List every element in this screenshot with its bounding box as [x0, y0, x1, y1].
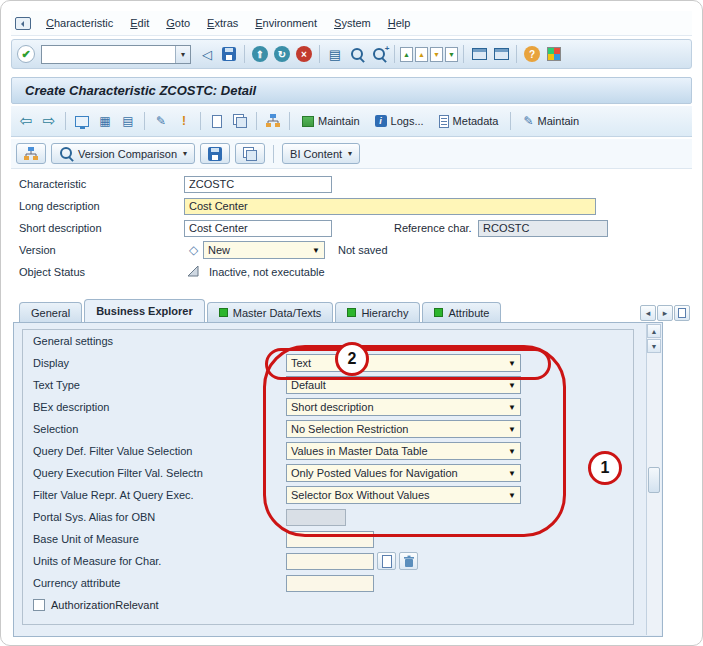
logs-button[interactable]: i Logs...: [369, 113, 430, 129]
scrollbar-thumb[interactable]: [648, 467, 660, 493]
exit-icon[interactable]: ⇑: [250, 44, 270, 64]
authorization-checkbox[interactable]: [33, 599, 45, 611]
version-comparison-label: Version Comparison: [78, 148, 177, 160]
first-page-icon[interactable]: ▲: [400, 47, 413, 62]
hierarchy-icon[interactable]: [263, 111, 283, 131]
command-field[interactable]: ▾: [41, 45, 191, 64]
chevron-down-icon: ▼: [312, 246, 320, 255]
find-icon[interactable]: [347, 44, 367, 64]
currency-attribute-row: Currency attribute: [23, 572, 633, 594]
menu-goto[interactable]: Goto: [158, 14, 198, 32]
menu-help[interactable]: Help: [380, 14, 419, 32]
tab-business-explorer[interactable]: Business Explorer: [84, 299, 205, 322]
general-settings-group: General settings Display Text ▼ Text Typ…: [22, 329, 634, 625]
document-icon: [439, 115, 449, 128]
version-comparison-button[interactable]: Version Comparison ▾: [51, 143, 195, 164]
version-row: Version ◇ New ▼ Not saved: [11, 239, 692, 261]
new-session-icon[interactable]: [469, 44, 489, 64]
scroll-down-button[interactable]: ▼: [647, 339, 661, 353]
change-icon[interactable]: ✎: [151, 111, 171, 131]
scroll-up-button[interactable]: ▲: [647, 324, 661, 338]
transport-button[interactable]: [200, 143, 230, 164]
cancel-icon[interactable]: ×: [294, 44, 314, 64]
prev-page-icon[interactable]: ▲: [415, 47, 428, 62]
base-unit-field[interactable]: [286, 531, 374, 548]
short-description-field[interactable]: Cost Center: [184, 220, 332, 237]
display-screen-icon[interactable]: [72, 111, 92, 131]
grid-view-icon[interactable]: ▤: [118, 111, 138, 131]
save-icon[interactable]: [219, 44, 239, 64]
query-def-filter-dropdown[interactable]: Values in Master Data Table ▼: [286, 442, 521, 460]
next-page-icon[interactable]: ▼: [430, 47, 443, 62]
menu-environment[interactable]: Environment: [247, 14, 325, 32]
create-shortcut-icon[interactable]: [491, 44, 511, 64]
chevron-down-icon: ▼: [508, 469, 516, 478]
tab-hierarchy-label: Hierarchy: [361, 307, 408, 319]
maintain-button[interactable]: Maintain: [296, 113, 366, 129]
tab-overview-button[interactable]: [674, 305, 690, 321]
logoff-icon[interactable]: ↻: [272, 44, 292, 64]
forward-nav-icon[interactable]: ⇨: [39, 111, 59, 131]
tab-scroll-left-button[interactable]: ◂: [640, 305, 656, 321]
enter-icon[interactable]: ✔: [17, 45, 35, 63]
chevron-down-icon: ▼: [508, 491, 516, 500]
system-menu-icon[interactable]: [15, 17, 31, 30]
menu-edit[interactable]: Edit: [122, 14, 157, 32]
sheet-glyph: [678, 308, 686, 318]
maintain-secondary-label: Maintain: [538, 115, 580, 127]
text-type-dropdown[interactable]: Default ▼: [286, 376, 521, 394]
copy-version-button[interactable]: [235, 143, 265, 164]
display-dropdown[interactable]: Text ▼: [286, 354, 521, 372]
back-icon[interactable]: ◁: [197, 44, 217, 64]
tab-master-data-texts[interactable]: Master Data/Texts: [207, 302, 334, 322]
layout-menu-icon[interactable]: [544, 44, 564, 64]
menu-arrow-icon: ▾: [348, 149, 352, 158]
version-dropdown[interactable]: New ▼: [203, 241, 325, 259]
back-nav-icon[interactable]: ⇦: [16, 111, 36, 131]
menu-extras[interactable]: Extras: [199, 14, 246, 32]
bi-content-button[interactable]: BI Content ▾: [282, 143, 360, 164]
bex-description-dropdown[interactable]: Short description ▼: [286, 398, 521, 416]
filter-value-repr-dropdown[interactable]: Selector Box Without Values ▼: [286, 486, 521, 504]
tab-attribute[interactable]: Attribute: [422, 302, 501, 322]
last-page-icon[interactable]: ▼: [445, 47, 458, 62]
vertical-scrollbar[interactable]: ▲ ▼: [646, 324, 661, 635]
version-label: Version: [19, 244, 184, 256]
check-icon[interactable]: !: [174, 111, 194, 131]
delete-unit-button[interactable]: [399, 552, 418, 570]
menu-system[interactable]: System: [326, 14, 379, 32]
chevron-down-icon: ▼: [508, 447, 516, 456]
reference-char-field[interactable]: RCOSTC: [478, 220, 608, 237]
chevron-down-icon: ▼: [508, 359, 516, 368]
tree-display-button[interactable]: [16, 143, 46, 164]
print-icon[interactable]: ▤: [325, 44, 345, 64]
chevron-down-icon[interactable]: ▾: [175, 46, 190, 63]
tab-scroll-right-button[interactable]: ▸: [657, 305, 673, 321]
maintain-secondary-button[interactable]: ✎ Maintain: [517, 112, 585, 130]
copy-icon[interactable]: [230, 111, 250, 131]
bi-content-label: BI Content: [290, 148, 342, 160]
metadata-button[interactable]: Metadata: [433, 113, 505, 130]
create-icon[interactable]: [207, 111, 227, 131]
portal-alias-field: [286, 509, 346, 526]
portal-alias-row: Portal Sys. Alias for OBN: [23, 506, 633, 528]
help-icon[interactable]: ?: [522, 44, 542, 64]
currency-attribute-field[interactable]: [286, 575, 374, 592]
data-table-icon[interactable]: ▦: [95, 111, 115, 131]
query-exec-filter-dropdown[interactable]: Only Posted Values for Navigation ▼: [286, 464, 521, 482]
tab-business-explorer-label: Business Explorer: [96, 305, 193, 317]
menu-characteristic[interactable]: Characteristic: [38, 14, 121, 32]
tab-general-label: General: [31, 307, 70, 319]
units-of-measure-field[interactable]: [286, 553, 374, 570]
add-unit-button[interactable]: [377, 552, 396, 570]
long-description-label: Long description: [19, 200, 184, 212]
filter-value-repr-row: Filter Value Repr. At Query Exec. Select…: [23, 484, 633, 506]
version-value: New: [208, 244, 230, 256]
menu-bar: Characteristic Edit Goto Extras Environm…: [11, 11, 692, 36]
tab-hierarchy[interactable]: Hierarchy: [335, 302, 420, 322]
tab-general[interactable]: General: [19, 302, 82, 322]
characteristic-field[interactable]: ZCOSTC: [184, 176, 332, 193]
selection-dropdown[interactable]: No Selection Restriction ▼: [286, 420, 521, 438]
find-next-icon[interactable]: +: [369, 44, 389, 64]
long-description-field[interactable]: Cost Center: [184, 198, 596, 215]
